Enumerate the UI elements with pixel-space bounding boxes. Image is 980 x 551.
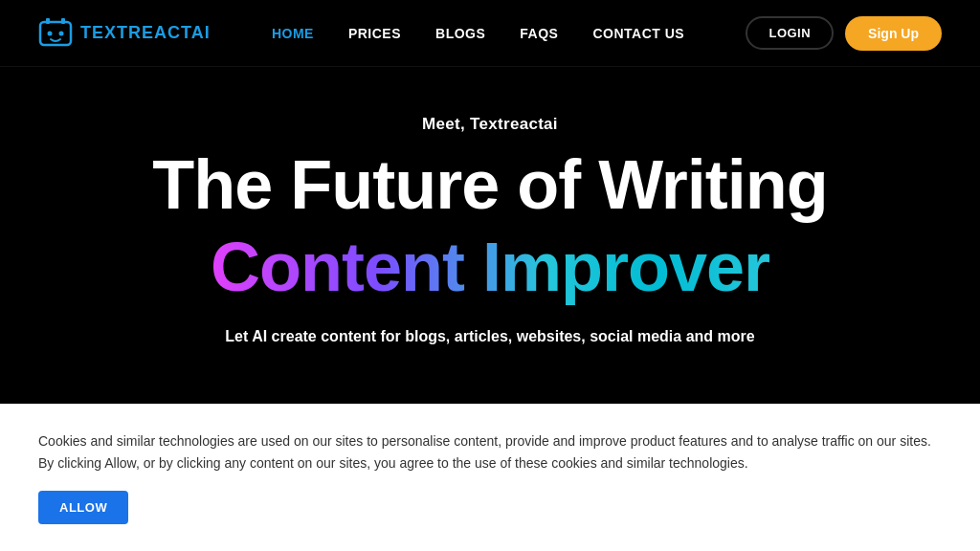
navbar: TEXTREACTAI HOME PRICES BLOGS FAQS CONTA… <box>0 0 980 67</box>
logo[interactable]: TEXTREACTAI <box>38 16 211 51</box>
nav-link-faqs[interactable]: FAQS <box>520 26 558 41</box>
nav-link-contact[interactable]: CONTACT US <box>592 26 684 41</box>
nav-item-prices[interactable]: PRICES <box>348 25 401 42</box>
svg-rect-1 <box>46 18 50 24</box>
nav-link-home[interactable]: HOME <box>272 26 314 41</box>
cookie-banner: Cookies and similar technologies are use… <box>0 404 980 551</box>
logo-icon <box>38 16 73 51</box>
nav-links: HOME PRICES BLOGS FAQS CONTACT US <box>272 25 684 42</box>
svg-point-4 <box>59 31 64 35</box>
hero-section: Meet, Textreactai The Future of Writing … <box>0 67 980 384</box>
hero-title-main: The Future of Writing <box>152 149 828 222</box>
nav-item-home[interactable]: HOME <box>272 25 314 42</box>
cookie-text: Cookies and similar technologies are use… <box>38 430 942 474</box>
svg-rect-2 <box>61 18 65 24</box>
brand-name: TEXTREACTAI <box>80 23 211 43</box>
login-button[interactable]: LOGIN <box>746 16 834 50</box>
nav-item-contact[interactable]: CONTACT US <box>592 25 684 42</box>
hero-subtitle: Meet, Textreactai <box>422 115 558 134</box>
nav-item-faqs[interactable]: FAQS <box>520 25 558 42</box>
allow-button[interactable]: ALLOW <box>38 491 128 524</box>
hero-description: Let AI create content for blogs, article… <box>225 328 754 345</box>
signup-button[interactable]: Sign Up <box>845 16 942 51</box>
nav-link-blogs[interactable]: BLOGS <box>435 26 485 41</box>
nav-item-blogs[interactable]: BLOGS <box>435 25 485 42</box>
nav-actions: LOGIN Sign Up <box>746 16 942 51</box>
svg-point-3 <box>48 31 53 35</box>
nav-link-prices[interactable]: PRICES <box>348 26 401 41</box>
hero-title-gradient: Content Improver <box>211 230 769 305</box>
